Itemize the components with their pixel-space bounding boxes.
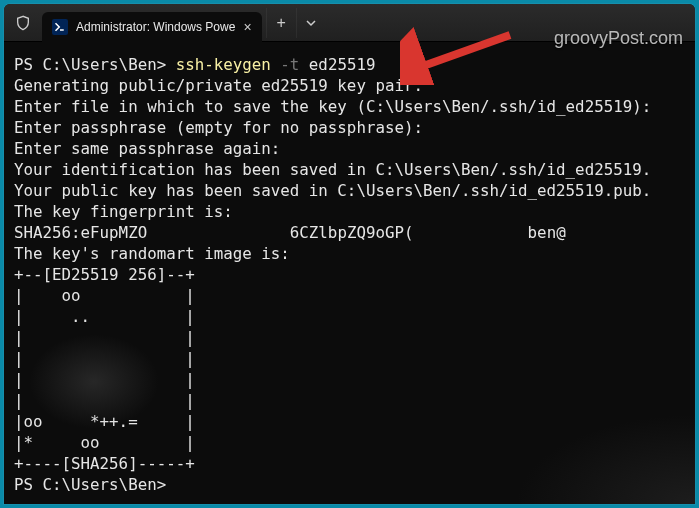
fingerprint-part: SHA256:eFupMZO — [14, 223, 147, 242]
tab-close-button[interactable]: × — [243, 19, 251, 35]
out-line: The key's randomart image is: — [14, 244, 290, 263]
prompt: PS C:\Users\Ben> — [14, 475, 166, 494]
out-line: Your public key has been saved in C:\Use… — [14, 181, 651, 200]
powershell-icon — [52, 19, 68, 35]
admin-shield-icon — [4, 15, 42, 31]
randomart-line: | .. | — [14, 307, 195, 326]
new-tab-button[interactable]: + — [266, 8, 296, 38]
out-line: Enter same passphrase again: — [14, 139, 280, 158]
command-exe: ssh-keygen — [176, 55, 271, 74]
window: Administrator: Windows Powe × + PS C:\Us… — [4, 4, 695, 504]
randomart-line: | oo | — [14, 286, 195, 305]
fingerprint-part: 6CZlbpZQ9oGP( — [290, 223, 414, 242]
tab-title: Administrator: Windows Powe — [76, 20, 235, 34]
out-line: Enter passphrase (empty for no passphras… — [14, 118, 423, 137]
terminal-output[interactable]: PS C:\Users\Ben> ssh-keygen -t ed25519 G… — [4, 42, 695, 504]
randomart-line: | | — [14, 349, 195, 368]
fingerprint-user: ben@ — [528, 223, 566, 242]
out-line: The key fingerprint is: — [14, 202, 233, 221]
command-arg: ed25519 — [309, 55, 376, 74]
tab-dropdown-button[interactable] — [296, 8, 326, 38]
randomart-line: | | — [14, 370, 195, 389]
out-line: Your identification has been saved in C:… — [14, 160, 651, 179]
randomart-line: +--[ED25519 256]--+ — [14, 265, 195, 284]
randomart-line: +----[SHA256]-----+ — [14, 454, 195, 473]
randomart-line: | | — [14, 391, 195, 410]
randomart-line: |* oo | — [14, 433, 195, 452]
command-flag: -t — [280, 55, 299, 74]
out-line: Enter file in which to save the key (C:\… — [14, 97, 651, 116]
out-line: Generating public/private ed25519 key pa… — [14, 76, 423, 95]
randomart-line: |oo *++.= | — [14, 412, 195, 431]
randomart-line: | | — [14, 328, 195, 347]
titlebar: Administrator: Windows Powe × + — [4, 4, 695, 42]
tab[interactable]: Administrator: Windows Powe × — [42, 12, 262, 42]
tab-actions: + — [266, 8, 326, 38]
prompt: PS C:\Users\Ben> — [14, 55, 166, 74]
